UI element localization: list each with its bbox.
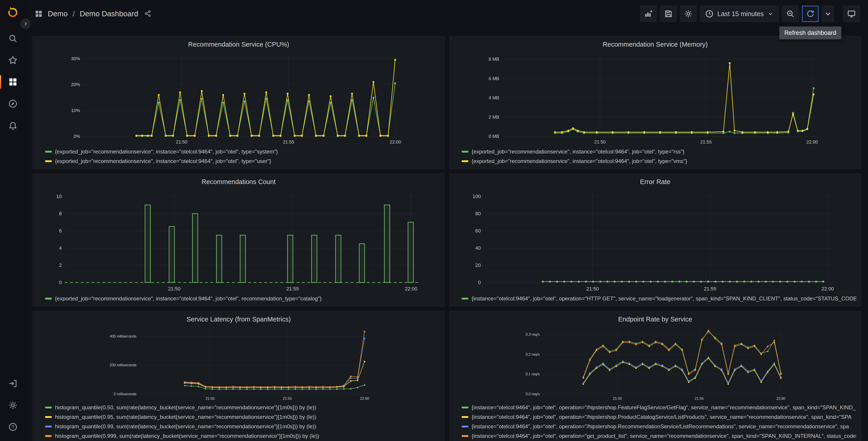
svg-text:21:50: 21:50 (594, 140, 606, 144)
panel-title[interactable]: Recommendation Service (Memory) (454, 41, 857, 48)
refresh-group: Refresh dashboard (802, 6, 819, 22)
svg-text:?: ? (11, 424, 14, 430)
legend-label: {exported_job="recommendationservice", i… (55, 148, 278, 155)
legend-marker (462, 435, 468, 437)
svg-text:8: 8 (59, 211, 62, 216)
svg-text:0.3 req/s: 0.3 req/s (526, 332, 540, 336)
share-icon[interactable] (144, 10, 152, 18)
panel-title[interactable]: Endpoint Rate by Service (454, 316, 857, 323)
legend-label: {exported_job="recommendationservice", i… (471, 148, 684, 155)
sidebar-item-alerting[interactable] (0, 115, 26, 136)
svg-text:21:55: 21:55 (695, 396, 704, 401)
gear-icon (8, 401, 18, 410)
svg-text:21:50: 21:50 (586, 286, 599, 292)
refresh-dashboard-button[interactable] (802, 6, 819, 22)
legend-item[interactable]: histogram_quantile(0.999, sum(rate(laten… (45, 431, 440, 441)
legend-marker (462, 425, 468, 428)
legend-item[interactable]: {exported_job="recommendationservice", i… (462, 156, 857, 166)
svg-text:8 MB: 8 MB (489, 57, 499, 62)
panel-title[interactable]: Recommendations Count (37, 178, 440, 186)
legend-marker (45, 416, 52, 418)
svg-text:21:50: 21:50 (176, 140, 187, 144)
legend-item[interactable]: {instance="otelcol:9464", job="otel", op… (462, 412, 857, 422)
legend-marker (462, 151, 468, 153)
panel-title[interactable]: Recommendation Service (CPU%) (37, 41, 440, 48)
sidebar-item-help[interactable]: ? (0, 416, 26, 438)
sidebar-item-explore[interactable] (0, 93, 26, 115)
chevron-down-icon (824, 9, 832, 18)
sidebar-item-dashboards[interactable] (0, 71, 26, 93)
breadcrumb: Demo / Demo Dashboard (35, 9, 152, 18)
chart-error-rate[interactable]: 02040608010021:5021:5522:00 (454, 187, 857, 292)
legend-item[interactable]: {instance="otelcol:9464", job="otel", op… (462, 431, 857, 441)
chart-cpu[interactable]: 0%10%20%30%21:5021:5522:00 (37, 50, 440, 145)
save-dashboard-icon (664, 9, 673, 18)
zoom-out-button[interactable] (782, 6, 799, 22)
chart-latency[interactable]: 0 milliseconds200 milliseconds400 millis… (37, 325, 440, 401)
svg-text:100: 100 (472, 194, 481, 199)
gear-icon (684, 9, 693, 18)
legend-item[interactable]: {instance="otelcol:9464", job="otel", op… (462, 422, 857, 431)
svg-text:21:50: 21:50 (206, 396, 215, 401)
sidebar-expand-button[interactable] (20, 19, 31, 29)
svg-text:20: 20 (475, 262, 481, 268)
svg-text:22:00: 22:00 (776, 396, 785, 401)
sidebar-bottom-group: ? (0, 373, 26, 438)
svg-text:60: 60 (475, 228, 481, 234)
legend-label: {exported_job="recommendationservice", i… (471, 158, 687, 164)
time-range-picker[interactable]: Last 15 minutes (700, 6, 779, 22)
panel-service-latency: Service Latency (from SpanMetrics) 0 mil… (33, 311, 445, 441)
svg-text:4 MB: 4 MB (489, 95, 499, 100)
add-panel-button[interactable] (640, 6, 657, 22)
legend-label: {instance="otelcol:9464", job="otel", op… (471, 414, 851, 420)
panel-grid: Recommendation Service (CPU%) 0%10%20%30… (33, 36, 861, 441)
svg-text:6: 6 (59, 228, 62, 234)
svg-text:4: 4 (59, 245, 62, 251)
legend-label: histogram_quantile(0.50, sum(rate(latenc… (55, 404, 316, 411)
sidebar: ? (0, 0, 26, 441)
sidebar-item-search[interactable] (0, 28, 26, 49)
sidebar-item-sign-in[interactable] (0, 373, 26, 394)
save-dashboard-button[interactable] (660, 6, 677, 22)
legend-item[interactable]: {instance="otelcol:9464", job="otel", op… (462, 403, 857, 412)
help-icon: ? (8, 422, 18, 432)
chart-memory[interactable]: 0 MB2 MB4 MB6 MB8 MB21:5021:5522:00 (454, 50, 857, 145)
chart-count[interactable]: 024681021:5021:5522:00 (37, 187, 440, 292)
panel-recommendation-memory: Recommendation Service (Memory) 0 MB2 MB… (449, 36, 861, 169)
legend-item[interactable]: histogram_quantile(0.99, sum(rate(latenc… (45, 422, 440, 431)
svg-text:0%: 0% (73, 134, 80, 139)
svg-text:22:00: 22:00 (405, 286, 417, 292)
dashboard-settings-button[interactable] (680, 6, 697, 22)
chart-endpoint-rate[interactable]: 0.0 req/s0.1 req/s0.2 req/s0.3 req/s21:5… (454, 325, 857, 401)
svg-text:10%: 10% (71, 108, 80, 113)
svg-text:21:50: 21:50 (168, 286, 181, 292)
svg-text:20%: 20% (71, 82, 80, 87)
svg-text:400 milliseconds: 400 milliseconds (110, 334, 136, 338)
grafana-logo[interactable] (6, 5, 20, 19)
legend-label: histogram_quantile(0.95, sum(rate(latenc… (55, 414, 316, 420)
refresh-interval-dropdown[interactable] (822, 6, 834, 22)
legend-item[interactable]: {exported_job="recommendationservice", i… (45, 156, 440, 166)
panel-title[interactable]: Service Latency (from SpanMetrics) (37, 316, 440, 323)
legend-item[interactable]: histogram_quantile(0.50, sum(rate(latenc… (45, 403, 440, 412)
legend-item[interactable]: {exported_job="recommendationservice", i… (45, 147, 440, 156)
legend-item[interactable]: {exported_job="recommendationservice", i… (462, 147, 857, 156)
legend-item[interactable]: {exported_job="recommendationservice", i… (45, 294, 440, 303)
svg-text:0: 0 (59, 280, 62, 285)
clock-icon (705, 9, 714, 18)
svg-text:6 MB: 6 MB (489, 76, 499, 81)
legend-label: {instance="otelcol:9464", job="otel", op… (471, 295, 857, 302)
breadcrumb-section[interactable]: Demo (48, 9, 68, 18)
chevron-down-icon (767, 11, 774, 17)
legend-item[interactable]: histogram_quantile(0.95, sum(rate(latenc… (45, 412, 440, 422)
cycle-view-mode-button[interactable] (843, 6, 860, 22)
breadcrumb-page[interactable]: Demo Dashboard (80, 9, 138, 18)
legend-label: {instance="otelcol:9464", job="otel", op… (471, 433, 857, 439)
dashboard-toolbar: Last 15 minutes Refresh dashboard (640, 6, 860, 22)
panel-title[interactable]: Error Rate (454, 178, 857, 186)
svg-text:22:00: 22:00 (390, 140, 401, 144)
svg-text:22:00: 22:00 (822, 286, 834, 292)
sidebar-item-starred[interactable] (0, 49, 26, 71)
sidebar-item-server-admin[interactable] (0, 394, 26, 416)
legend-item[interactable]: {instance="otelcol:9464", job="otel", op… (462, 294, 857, 303)
